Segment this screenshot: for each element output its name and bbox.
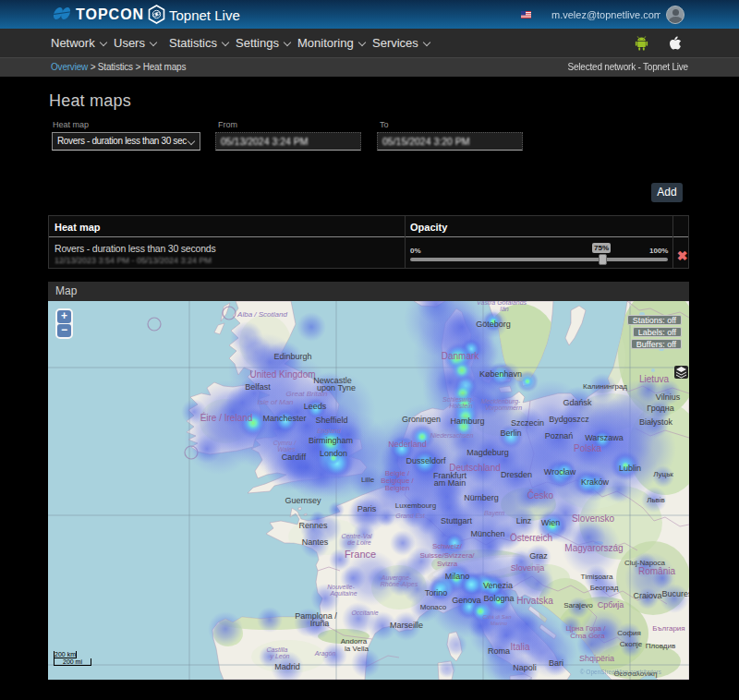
svg-text:Gdańsk: Gdańsk [563,398,592,407]
svg-text:Timișoara: Timișoara [581,573,613,581]
svg-text:Göteborg: Göteborg [476,320,511,329]
svg-text:Nederland: Nederland [388,440,427,449]
svg-text:Crna Gora: Crna Gora [570,632,605,640]
svg-text:Guernsey: Guernsey [285,496,321,505]
svg-text:Nouvelle-: Nouvelle- [327,584,355,590]
svg-text:Rhône-Alpes: Rhône-Alpes [381,581,418,588]
svg-text:Aragón: Aragón [314,650,336,658]
svg-text:Österreich: Österreich [510,533,552,543]
svg-text:Bari: Bari [549,658,563,668]
svg-text:Гродна: Гродна [647,404,673,413]
svg-text:Wrocław: Wrocław [544,467,576,477]
svg-text:Wales: Wales [277,446,296,453]
svg-text:Пловдив: Пловдив [646,642,676,650]
svg-text:Львів: Львів [647,496,665,504]
svg-text:Shqipëria: Shqipëria [579,654,614,663]
svg-text:Dresden: Dresden [501,470,532,479]
svg-text:München: München [470,529,504,538]
svg-text:de Loire: de Loire [347,539,370,546]
svg-text:Vorpommern: Vorpommern [485,404,522,412]
svg-text:England: England [317,428,342,435]
svg-text:Rennes: Rennes [298,521,328,530]
svg-text:Torino: Torino [425,588,448,597]
svg-text:la Vella: la Vella [345,645,369,653]
svg-text:am Main: am Main [434,478,466,488]
svg-text:Lietuva: Lietuva [639,374,670,384]
svg-text:Centre-Val: Centre-Val [341,533,372,539]
svg-text:Bucureș: Bucureș [661,589,689,598]
svg-text:Dusseldorf: Dusseldorf [406,456,446,465]
svg-text:Aquitaine: Aquitaine [329,590,357,597]
svg-text:Grand Est: Grand Est [395,513,426,519]
svg-text:Луцьк: Луцьк [653,470,673,478]
svg-text:Kraków: Kraków [581,477,610,487]
svg-text:Venezia: Venezia [483,581,513,590]
svg-text:Bydgoszcz: Bydgoszcz [549,415,589,424]
svg-text:Éire / Ireland: Éire / Ireland [200,412,253,423]
svg-text:Wien: Wien [541,518,561,527]
svg-text:Holstein: Holstein [449,403,472,409]
svg-text:Magyarország: Magyarország [564,543,623,553]
svg-text:Београд: Београд [590,584,619,592]
svg-text:København: København [479,369,522,379]
svg-text:Graz: Graz [529,551,548,561]
svg-text:Sarajevo: Sarajevo [563,601,593,609]
svg-text:Poznań: Poznań [545,431,574,441]
svg-text:Edinburgh: Edinburgh [273,352,311,361]
svg-text:Marseille: Marseille [390,621,423,630]
svg-text:Nantes: Nantes [302,537,329,547]
svg-text:Alba / Scotland: Alba / Scotland [236,310,287,319]
svg-text:Berlin: Berlin [500,428,521,438]
svg-text:Belfast: Belfast [245,382,271,392]
svg-text:Roma: Roma [488,646,510,656]
svg-text:Paris: Paris [357,504,377,513]
svg-text:Białystok: Białystok [639,417,673,427]
svg-text:Suisse/Svizzera/: Suisse/Svizzera/ [419,551,475,560]
svg-text:Hrvatska: Hrvatska [516,596,553,606]
svg-text:Belgien: Belgien [385,484,410,492]
svg-text:Vilnius: Vilnius [656,392,681,402]
svg-text:© OpenStreetMap contributors: © OpenStreetMap contributors [580,669,662,676]
svg-text:Genova: Genova [452,596,481,605]
svg-text:София: София [617,629,641,637]
svg-text:Danmark: Danmark [442,351,480,361]
svg-text:Србија: Србија [598,600,624,609]
svg-text:Slovenija: Slovenija [511,563,545,573]
svg-text:Italia: Italia [510,642,530,652]
svg-text:Bologna: Bologna [483,594,514,603]
svg-text:Luxembourg: Luxembourg [395,501,436,510]
svg-text:Nürnberg: Nürnberg [464,493,499,502]
svg-text:Bayern: Bayern [484,510,504,517]
svg-text:Madrid: Madrid [274,662,300,671]
svg-text:Калининград: Калининград [583,382,627,391]
svg-text:Polska: Polska [574,443,601,453]
svg-text:Castilla: Castilla [267,646,288,653]
svg-text:Svizra: Svizra [437,560,458,568]
svg-text:Hamburg: Hamburg [450,416,484,426]
svg-text:Lublin: Lublin [619,464,641,473]
svg-text:Iruña: Iruña [310,619,330,628]
svg-text:Warszawa: Warszawa [585,433,624,442]
svg-text:Occitanie: Occitanie [351,609,378,616]
svg-text:România: România [638,566,675,576]
svg-text:Niedersachsen: Niedersachsen [430,432,474,439]
svg-text:Milano: Milano [445,572,470,581]
svg-text:län: län [500,306,508,312]
svg-text:Monaco: Monaco [420,603,447,611]
svg-text:Leeds: Leeds [304,402,327,411]
svg-text:Sheffield: Sheffield [316,416,348,425]
svg-text:Isle of Man: Isle of Man [257,398,294,406]
svg-text:Marino: Marino [491,621,508,626]
svg-text:United Kingdom: United Kingdom [249,369,315,380]
svg-text:Birmingham: Birmingham [309,436,353,445]
svg-text:Скопје: Скопје [620,640,643,648]
svg-text:Cardiff: Cardiff [282,453,307,462]
svg-text:Magdeburg: Magdeburg [466,448,509,457]
svg-text:България: България [652,624,684,633]
svg-text:Szczecin: Szczecin [511,418,544,428]
svg-text:Città di San: Città di San [482,614,512,620]
svg-text:Česko: Česko [527,489,554,501]
svg-text:Stuttgart: Stuttgart [441,516,473,525]
svg-text:Linz: Linz [516,516,532,525]
svg-text:Schweiz/: Schweiz/ [432,542,463,550]
